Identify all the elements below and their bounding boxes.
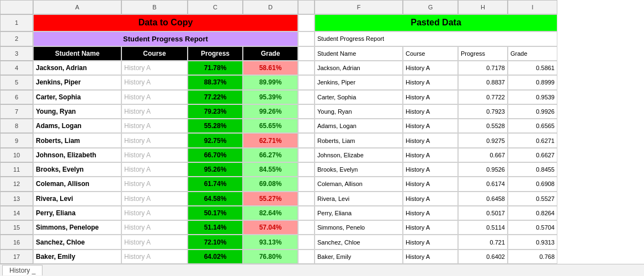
progress-10: 50.17% — [188, 206, 243, 220]
course-12: History A — [121, 235, 188, 249]
right-col-header-0: Student Name — [315, 46, 403, 61]
student-name-13: Baker, Emily — [33, 250, 121, 264]
progress-8: 61.74% — [188, 177, 243, 191]
pasted-progress-9: 0.6458 — [458, 192, 508, 206]
pasted-course-10: History A — [403, 206, 458, 220]
row-num-16: 16 — [0, 235, 33, 249]
course-2: History A — [121, 90, 188, 104]
pasted-course-6: History A — [403, 148, 458, 162]
pasted-name-7: Brooks, Evelyn — [315, 162, 403, 177]
pasted-progress-12: 0.721 — [458, 235, 508, 249]
grade-1: 89.99% — [243, 75, 298, 89]
pasted-progress-1: 0.8837 — [458, 75, 508, 89]
pasted-name-8: Coleman, Allison — [315, 177, 403, 191]
course-5: History A — [121, 133, 188, 147]
grade-7: 84.55% — [243, 162, 298, 177]
row-num-2: 2 — [0, 31, 33, 46]
pasted-grade-7: 0.8455 — [508, 162, 557, 177]
pasted-course-8: History A — [403, 177, 458, 191]
empty-e-data-6 — [298, 148, 315, 162]
row-num-6: 6 — [0, 90, 33, 104]
progress-5: 92.75% — [188, 133, 243, 147]
student-name-2: Carter, Sophia — [33, 90, 121, 104]
course-7: History A — [121, 162, 188, 177]
empty-e-1 — [298, 14, 315, 31]
row-num-15: 15 — [0, 220, 33, 235]
grade-8: 69.08% — [243, 177, 298, 191]
pasted-name-1: Jenkins, Piper — [315, 75, 403, 89]
pasted-progress-6: 0.667 — [458, 148, 508, 162]
grade-5: 62.71% — [243, 133, 298, 147]
pasted-name-5: Roberts, Liam — [315, 133, 403, 147]
grade-12: 93.13% — [243, 235, 298, 249]
empty-e-data-9 — [298, 192, 315, 206]
row-num-12: 12 — [0, 177, 33, 191]
pasted-name-10: Perry, Eliana — [315, 206, 403, 220]
row-num-7: 7 — [0, 104, 33, 119]
col-letter-empty — [0, 0, 33, 14]
right-col-header-3: Grade — [508, 46, 557, 61]
right-col-header-2: Progress — [458, 46, 508, 61]
pasted-course-2: History A — [403, 90, 458, 104]
row-num-13: 13 — [0, 192, 33, 206]
course-9: History A — [121, 192, 188, 206]
bottom-bar: History _ — [0, 264, 644, 276]
pasted-progress-11: 0.5114 — [458, 220, 508, 235]
progress-13: 64.02% — [188, 250, 243, 264]
empty-e-data-0 — [298, 61, 315, 75]
progress-12: 72.10% — [188, 235, 243, 249]
pasted-name-4: Adams, Logan — [315, 119, 403, 133]
empty-e-data-1 — [298, 75, 315, 89]
pasted-name-6: Johnson, Elizabe — [315, 148, 403, 162]
pasted-progress-4: 0.5528 — [458, 119, 508, 133]
right-col-header-1: Course — [403, 46, 458, 61]
empty-e-data-10 — [298, 206, 315, 220]
student-name-3: Young, Ryan — [33, 104, 121, 119]
pasted-progress-8: 0.6174 — [458, 177, 508, 191]
col-letter-G: G — [403, 0, 458, 14]
pasted-progress-7: 0.9526 — [458, 162, 508, 177]
progress-2: 77.22% — [188, 90, 243, 104]
pasted-name-3: Young, Ryan — [315, 104, 403, 119]
grade-10: 82.64% — [243, 206, 298, 220]
row-num-5: 5 — [0, 75, 33, 89]
title-right: Pasted Data — [315, 14, 557, 31]
pasted-grade-11: 0.5704 — [508, 220, 557, 235]
course-11: History A — [121, 220, 188, 235]
pasted-course-11: History A — [403, 220, 458, 235]
pasted-progress-0: 0.7178 — [458, 61, 508, 75]
pasted-grade-9: 0.5527 — [508, 192, 557, 206]
sheet-tab[interactable]: History _ — [2, 265, 42, 275]
pasted-course-9: History A — [403, 192, 458, 206]
col-letter-empty — [298, 0, 315, 14]
pasted-grade-4: 0.6565 — [508, 119, 557, 133]
col-letter-H: H — [458, 0, 508, 14]
student-name-4: Adams, Logan — [33, 119, 121, 133]
pasted-name-0: Jackson, Adrian — [315, 61, 403, 75]
course-13: History A — [121, 250, 188, 264]
course-0: History A — [121, 61, 188, 75]
progress-9: 64.58% — [188, 192, 243, 206]
progress-3: 79.23% — [188, 104, 243, 119]
progress-7: 95.26% — [188, 162, 243, 177]
pasted-course-13: History A — [403, 250, 458, 264]
pasted-progress-10: 0.5017 — [458, 206, 508, 220]
col-letter-I: I — [508, 0, 557, 14]
student-name-11: Simmons, Penelope — [33, 220, 121, 235]
main-grid: ABCDFGHI1Data to CopyPasted Data2Student… — [0, 0, 644, 264]
pasted-course-5: History A — [403, 133, 458, 147]
empty-e-data-13 — [298, 250, 315, 264]
student-name-10: Perry, Eliana — [33, 206, 121, 220]
course-3: History A — [121, 104, 188, 119]
progress-6: 66.70% — [188, 148, 243, 162]
progress-0: 71.78% — [188, 61, 243, 75]
left-col-header-2: Progress — [188, 46, 243, 61]
pasted-grade-0: 0.5861 — [508, 61, 557, 75]
empty-e-data-5 — [298, 133, 315, 147]
col-letter-B: B — [121, 0, 188, 14]
row-num-8: 8 — [0, 119, 33, 133]
grade-4: 65.65% — [243, 119, 298, 133]
grade-11: 57.04% — [243, 220, 298, 235]
pasted-name-13: Baker, Emily — [315, 250, 403, 264]
left-col-header-0: Student Name — [33, 46, 121, 61]
